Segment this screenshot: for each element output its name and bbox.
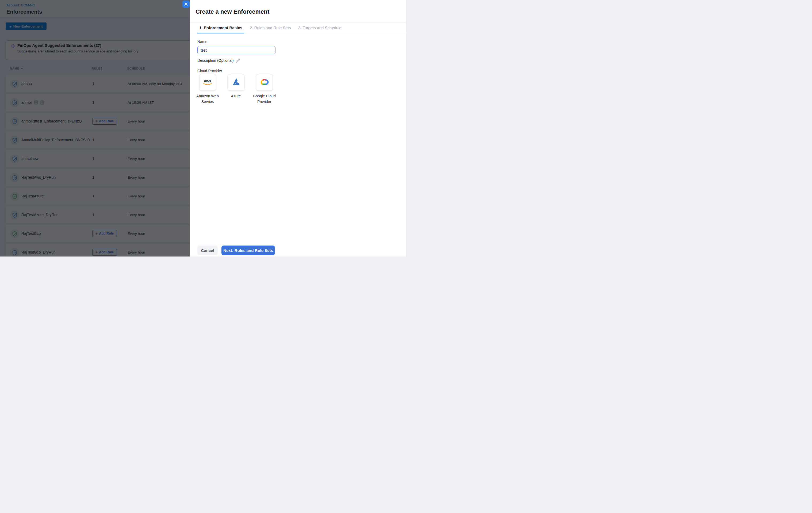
- azure-logo-icon: [231, 78, 240, 87]
- cancel-button[interactable]: Cancel: [197, 246, 218, 255]
- drawer-title: Create a new Enforcement: [196, 8, 269, 15]
- create-enforcement-drawer: Create a new Enforcement 1. Enforcement …: [190, 0, 406, 256]
- text-cursor: [207, 48, 207, 52]
- provider-label-azure: Azure: [220, 93, 252, 99]
- provider-label-gcp: Google Cloud Provider: [248, 93, 280, 105]
- name-input-value: test: [201, 48, 207, 52]
- wizard-tab-2[interactable]: 2. Rules and Rule Sets: [248, 23, 293, 33]
- cloud-provider-label: Cloud Provider: [197, 69, 222, 73]
- close-button[interactable]: [182, 1, 190, 8]
- edit-pencil-icon[interactable]: [236, 59, 240, 63]
- wizard-tab-1[interactable]: 1. Enforcement Basics: [197, 23, 244, 33]
- provider-card-gcp[interactable]: Google Cloud Provider: [248, 74, 280, 105]
- name-input[interactable]: test: [197, 46, 276, 54]
- name-label: Name: [197, 39, 207, 44]
- provider-card-azure[interactable]: Azure: [220, 74, 252, 99]
- wizard-tab-3[interactable]: 3. Targets and Schedule: [296, 23, 343, 33]
- aws-logo-icon: aws: [203, 79, 212, 86]
- description-label: Description (Optional): [197, 58, 233, 63]
- gcp-logo-icon: [259, 78, 269, 87]
- next-button[interactable]: Next: Rules and Rule Sets: [222, 246, 275, 255]
- wizard-tabs: 1. Enforcement Basics2. Rules and Rule S…: [190, 23, 406, 33]
- provider-label-aws: Amazon Web Servies: [192, 93, 224, 105]
- provider-card-aws[interactable]: aws Amazon Web Servies: [192, 74, 224, 105]
- cloud-provider-options: aws Amazon Web Servies: [190, 74, 406, 106]
- modal-overlay-scrim[interactable]: [0, 0, 190, 256]
- close-icon: [184, 2, 188, 6]
